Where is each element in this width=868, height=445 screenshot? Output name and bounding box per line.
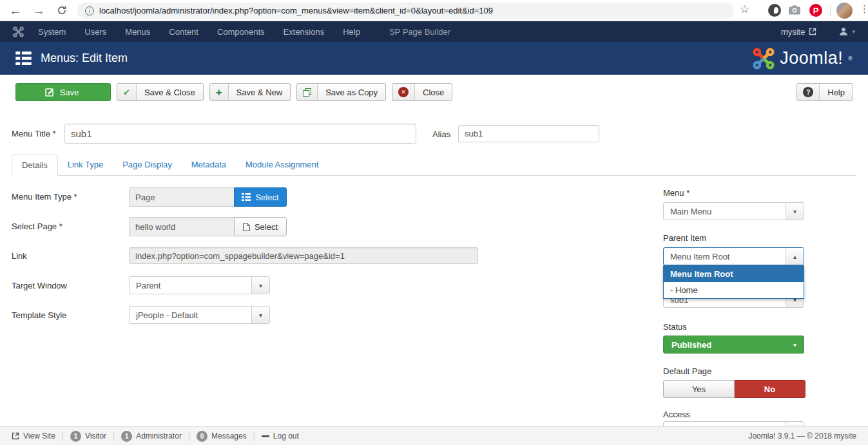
divider: | (113, 431, 115, 440)
parent-item-dropdown: Menu Item Root - Home (663, 265, 804, 299)
tab-metadata[interactable]: Metadata (182, 155, 236, 175)
status-select[interactable]: Published ▾ (663, 336, 804, 354)
nav-item-components[interactable]: Components (217, 27, 265, 37)
close-icon: ✕ (392, 84, 415, 100)
site-name: mysite (781, 27, 805, 37)
help-button[interactable]: ? Help (796, 83, 853, 101)
default-page-yes-button[interactable]: Yes (663, 380, 735, 398)
page-header: Menus: Edit Item Joomla! ® (0, 42, 868, 75)
extension-icon[interactable] (768, 4, 781, 17)
nav-item-system[interactable]: System (38, 27, 66, 37)
access-label: Access (663, 410, 690, 419)
menu-label: Menu * (663, 188, 690, 198)
target-window-label: Target Window (12, 281, 67, 290)
browser-chrome: ← → i localhost/joomla/administrator/ind… (0, 0, 868, 21)
help-icon: ? (797, 84, 820, 100)
plus-icon: + (210, 84, 229, 100)
chevron-up-icon[interactable]: ▴ (786, 248, 804, 265)
page-info-icon[interactable]: i (85, 6, 94, 15)
chevron-down-icon: ▾ (852, 28, 855, 35)
chevron-down-icon[interactable]: ▾ (251, 307, 269, 323)
menu-select[interactable]: Main Menu ▾ (663, 202, 804, 220)
template-style-label: Template Style (12, 310, 66, 320)
dropdown-option-menu-item-root[interactable]: Menu Item Root (664, 266, 804, 282)
nav-item-help[interactable]: Help (343, 27, 360, 37)
external-link-icon (809, 28, 816, 35)
registered-mark: ® (848, 55, 853, 62)
menu-list-icon (15, 52, 32, 65)
nav-item-menus[interactable]: Menus (125, 27, 150, 37)
alias-input[interactable] (458, 125, 599, 142)
close-button[interactable]: ✕ Close (392, 83, 452, 101)
save-icon (45, 84, 57, 100)
save-and-close-button[interactable]: ✔ Save & Close (117, 83, 204, 101)
check-icon: ✔ (117, 84, 137, 100)
menu-item-type-label: Menu Item Type * (12, 192, 77, 202)
page-title: Menus: Edit Item (41, 52, 128, 65)
divider: | (62, 431, 64, 440)
browser-forward-icon[interactable]: → (32, 1, 45, 19)
menu-item-type-select-button[interactable]: Select (234, 187, 287, 207)
log-out-link[interactable]: Log out (262, 431, 299, 440)
dropdown-option-home[interactable]: - Home (664, 282, 804, 298)
menu-title-label: Menu Title * (12, 129, 56, 138)
tab-bar: Details Link Type Page Display Metadata … (12, 155, 856, 176)
tab-details[interactable]: Details (12, 155, 58, 176)
nav-item-content[interactable]: Content (169, 27, 198, 37)
toolbar: Save ✔ Save & Close + Save & New Save as… (0, 75, 868, 110)
administrator-counter[interactable]: 1 Administrator (121, 431, 182, 442)
link-label: Link (12, 251, 27, 261)
administrator-count-badge: 1 (121, 431, 132, 442)
target-window-select[interactable]: Parent ▾ (129, 276, 270, 294)
browser-reload-icon[interactable] (57, 5, 67, 18)
status-bar: View Site | 1 Visitor | 1 Administrator … (0, 426, 868, 445)
save-and-new-button[interactable]: + Save & New (209, 83, 291, 101)
tab-page-display[interactable]: Page Display (113, 155, 182, 175)
visitor-count-badge: 1 (70, 431, 81, 442)
visitor-counter[interactable]: 1 Visitor (70, 431, 106, 442)
messages-counter[interactable]: 0 Messages (197, 431, 247, 442)
default-page-no-button[interactable]: No (735, 380, 805, 398)
address-bar[interactable]: i localhost/joomla/administrator/index.p… (77, 3, 733, 19)
browser-profile-avatar[interactable] (836, 3, 853, 19)
browser-back-icon[interactable]: ← (9, 1, 22, 19)
joomla-admin-page: ← → i localhost/joomla/administrator/ind… (0, 0, 868, 445)
list-icon (242, 193, 251, 201)
browser-menu-icon[interactable]: ⋮ (860, 3, 868, 15)
menu-title-input[interactable] (64, 124, 416, 144)
link-input (129, 247, 478, 264)
camera-extension-icon[interactable] (789, 5, 800, 17)
divider: | (188, 431, 190, 440)
user-icon (838, 26, 849, 37)
chevron-down-icon[interactable]: ▾ (786, 203, 804, 220)
external-link-icon (12, 432, 19, 440)
joomla-wordmark: Joomla! (780, 48, 843, 68)
pinterest-extension-icon[interactable]: P (809, 4, 822, 17)
chevron-down-icon: ▾ (793, 341, 804, 348)
chevron-down-icon[interactable]: ▾ (251, 277, 269, 294)
tab-link-type[interactable]: Link Type (58, 155, 113, 175)
select-page-select-button[interactable]: Select (234, 217, 287, 236)
nav-item-sp-page-builder[interactable]: SP Page Builder (389, 27, 450, 37)
joomla-logo: Joomla! ® (753, 48, 853, 70)
nav-item-users[interactable]: Users (84, 27, 106, 37)
save-as-copy-button[interactable]: Save as Copy (296, 83, 386, 101)
nav-item-extensions[interactable]: Extensions (284, 27, 325, 37)
view-site-link[interactable]: mysite (781, 27, 817, 37)
default-page-label: Default Page (663, 366, 711, 376)
user-menu[interactable]: ▾ (838, 26, 855, 37)
menu-item-type-group: Page Select (129, 187, 287, 207)
template-style-select[interactable]: jPeople - Default ▾ (129, 306, 270, 324)
joomla-mark-icon (13, 26, 24, 37)
tab-module-assignment[interactable]: Module Assignment (236, 155, 328, 175)
view-site-footer-link[interactable]: View Site (12, 431, 55, 440)
save-button[interactable]: Save (15, 83, 111, 101)
joomla-version-text: Joomla! 3.9.1 — © 2018 mysite (748, 431, 856, 440)
status-label: Status (663, 322, 687, 332)
select-page-value: hello world (129, 217, 234, 236)
parent-item-select[interactable]: Menu Item Root ▴ (663, 247, 804, 265)
url-text: localhost/joomla/administrator/index.php… (99, 6, 493, 15)
select-page-label: Select Page * (12, 222, 63, 231)
bookmark-star-icon[interactable]: ☆ (740, 3, 749, 16)
alias-label: Alias (432, 129, 450, 139)
